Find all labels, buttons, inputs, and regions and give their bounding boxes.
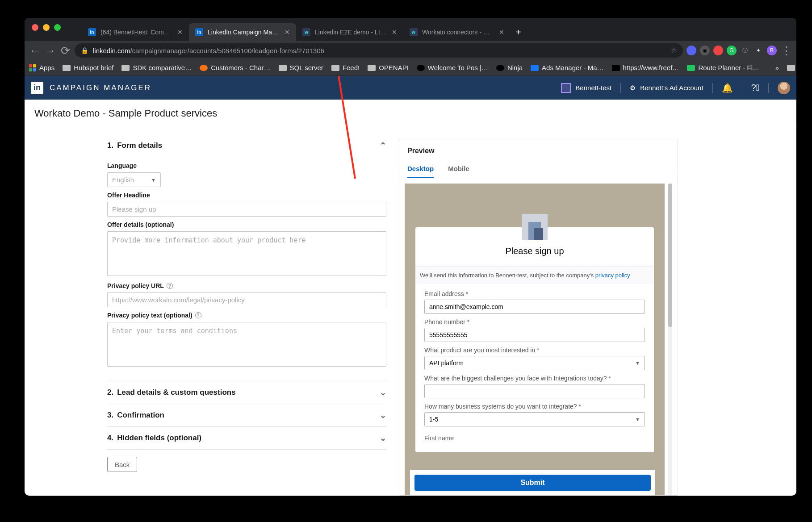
headline-input[interactable] [107,202,386,217]
star-icon[interactable]: ☆ [671,46,677,54]
tab-bar: in (64) Bennett-test: Company P ✕ in Lin… [25,18,796,41]
forward-button[interactable]: → [44,45,56,56]
other-bookmarks-button[interactable]: Other Bookmarks [787,64,796,71]
reload-button[interactable]: ⟳ [59,45,71,56]
window-minimize-button[interactable] [43,24,50,31]
preview-phone-label: Phone number * [424,318,645,326]
bookmark-item[interactable]: Hubspot brief [63,64,113,71]
bookmark-item[interactable]: Welcome To Pos |… [417,64,488,71]
bookmark-item[interactable]: Ads Manager - Ma… [531,64,603,71]
language-label: Language [107,162,386,169]
info-icon[interactable]: ? [167,283,173,289]
info-icon[interactable]: ? [195,312,201,318]
separator [620,83,621,93]
preview-disclaimer: We'll send this information to Bennett-t… [415,266,654,284]
accordion-hidden-fields[interactable]: 4. Hidden fields (optional) ⌄ [107,427,386,450]
details-label: Offer details (optional) [107,221,386,228]
extension-icon[interactable]: ⓘ [740,46,750,55]
preview-systems-select[interactable]: 1-5▼ [424,412,645,426]
accordion-confirmation[interactable]: 3. Confirmation ⌄ [107,404,386,427]
browser-tab[interactable]: in (64) Bennett-test: Company P ✕ [82,23,189,41]
preview-scrollbar[interactable] [668,184,672,495]
back-button[interactable]: ← [29,45,41,56]
preview-challenges-label: What are the biggest challenges you face… [424,375,645,382]
address-bar: ← → ⟳ 🔒 linkedin.com/campaignmanager/acc… [25,41,796,60]
chevron-down-icon: ⌄ [380,388,386,397]
linkedin-icon: in [88,28,96,36]
chevron-down-icon: ⌄ [380,433,386,443]
preview-tab-desktop[interactable]: Desktop [407,160,434,178]
bookmark-item[interactable]: https://www.freef… [612,64,679,71]
preview-systems-label: How many business systems do you want to… [424,403,645,410]
window-maximize-button[interactable] [54,24,61,31]
user-label: Bennett-test [575,84,611,92]
separator [712,83,713,93]
bookmark-item[interactable]: Feed! [331,64,360,71]
accordion-title: Lead details & custom questions [117,388,235,397]
chevron-down-icon: ⌄ [380,410,386,420]
product-title: CAMPAIGN MANAGER [50,84,151,92]
language-select[interactable]: English ▼ [107,172,161,187]
accordion-number: 2. [107,388,113,397]
tab-title: Linkedin E2E demo - LI => SF [315,29,387,36]
browser-menu-icon[interactable]: ⋮ [780,45,792,56]
tab-close-icon[interactable]: ✕ [285,29,290,36]
gear-icon: ⚙ [630,84,636,92]
tab-close-icon[interactable]: ✕ [177,29,183,36]
separator [742,83,742,93]
back-button[interactable]: Back [107,457,137,472]
privacy-text-textarea[interactable] [107,322,386,367]
bookmark-item[interactable]: Route Planner - Fi… [687,64,759,71]
preview-canvas: Please sign up We'll send this informati… [405,184,665,495]
new-tab-button[interactable]: + [511,27,527,41]
accordion-form-details[interactable]: 1. Form details ⌃ [107,139,386,157]
tab-close-icon[interactable]: ✕ [499,29,504,36]
profile-avatar-icon[interactable]: B [767,46,777,55]
user-avatar[interactable] [778,82,790,94]
browser-tab[interactable]: w Workato connectors - Mapper ✕ [403,23,511,41]
extension-icon[interactable]: ◉ [700,46,710,55]
preview-tab-mobile[interactable]: Mobile [448,160,469,178]
linkedin-logo-icon[interactable]: in [31,82,43,94]
caret-down-icon: ▼ [635,417,640,422]
browser-tab-active[interactable]: in LinkedIn Campaign Manager ✕ [189,23,296,41]
bookmarks-overflow-icon[interactable]: » [775,64,779,71]
preview-phone-input[interactable]: 55555555555 [424,328,645,342]
bookmark-item[interactable]: SDK comparative… [121,64,192,71]
preview-card: Please sign up We'll send this informati… [415,227,654,452]
details-textarea[interactable] [107,231,386,276]
help-icon[interactable]: ?⃝ [751,83,759,93]
bookmark-item[interactable]: OPENAPI [368,64,409,71]
privacy-text-label: Privacy policy text (optional) [107,312,193,319]
window-close-button[interactable] [32,24,38,31]
url-field[interactable]: 🔒 linkedin.com/campaignmanager/accounts/… [75,43,683,58]
preview-email-input[interactable]: anne.smith@example.com [424,300,645,314]
privacy-policy-link[interactable]: privacy policy [595,272,630,279]
preview-product-select[interactable]: API platform▼ [424,356,645,370]
tab-title: (64) Bennett-test: Company P [100,29,173,36]
company-logo-icon [522,214,548,240]
language-value: English [112,176,134,184]
preview-challenges-input[interactable] [424,384,645,398]
bookmark-item[interactable]: SQL server [279,64,323,71]
apps-button[interactable]: Apps [29,64,54,71]
separator [768,83,769,93]
tab-title: Workato connectors - Mapper [422,29,494,36]
tab-close-icon[interactable]: ✕ [392,29,397,36]
bookmark-item[interactable]: Customers - Char… [200,64,270,71]
ad-account-switcher[interactable]: ⚙ Bennett's Ad Account [630,84,703,92]
caret-down-icon: ▼ [635,360,640,366]
bell-icon[interactable]: 🔔 [722,83,733,93]
accordion-lead-details[interactable]: 2. Lead details & custom questions ⌄ [107,381,386,404]
browser-tab[interactable]: w Linkedin E2E demo - LI => SF ✕ [296,23,403,41]
bookmark-item[interactable]: Ninja [496,64,523,71]
account-switcher[interactable]: Bennett-test [561,83,611,93]
extension-icon[interactable] [713,46,723,55]
privacy-url-input[interactable] [107,292,386,307]
extension-icon[interactable] [686,46,696,55]
extension-icon[interactable]: G [727,46,737,55]
preview-scrollbar-thumb[interactable] [668,184,672,327]
accordion-title: Form details [117,141,162,150]
extensions-puzzle-icon[interactable]: ✦ [753,46,763,55]
preview-submit-button[interactable]: Submit [414,475,651,491]
